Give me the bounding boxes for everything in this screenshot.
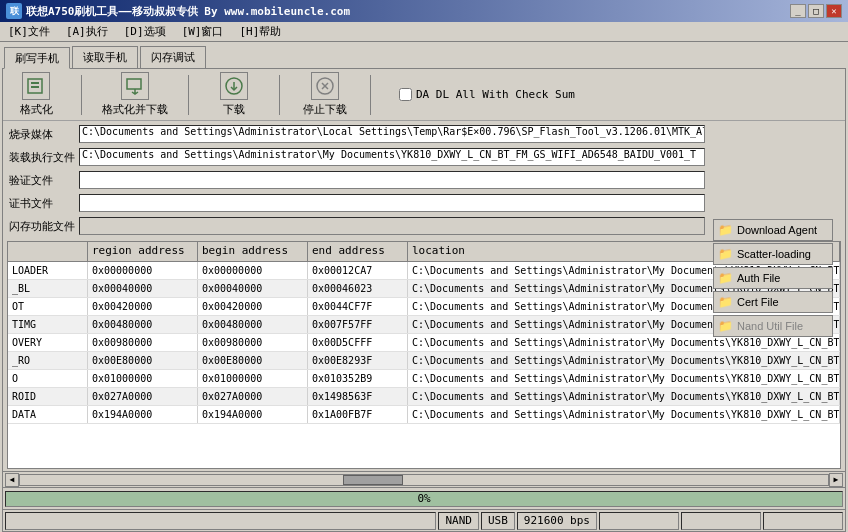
horizontal-scrollbar[interactable] xyxy=(19,474,829,486)
format-download-icon xyxy=(121,72,149,100)
close-button[interactable]: ✕ xyxy=(826,4,842,18)
stop-download-button[interactable]: 停止下载 xyxy=(300,72,350,117)
cell-location: C:\Documents and Settings\Administrator\… xyxy=(408,388,840,405)
menu-file[interactable]: [K]文件 xyxy=(4,23,54,40)
format-icon xyxy=(22,72,50,100)
table-row[interactable]: _RO 0x00E80000 0x00E80000 0x00E8293F C:\… xyxy=(8,352,840,370)
toolbar-divider-2 xyxy=(188,75,189,115)
cell-end: 0x010352B9 xyxy=(308,370,408,387)
cell-name: O xyxy=(8,370,88,387)
label-media: 烧录媒体 xyxy=(7,127,77,142)
col-header-begin: begin address xyxy=(198,242,308,261)
label-flash-func: 闪存功能文件 xyxy=(7,219,77,234)
folder-icon-4: 📁 xyxy=(718,295,733,309)
tab-flash-debug[interactable]: 闪存调试 xyxy=(140,46,206,68)
cell-begin: 0x00040000 xyxy=(198,280,308,297)
input-media[interactable]: C:\Documents and Settings\Administrator\… xyxy=(79,125,705,143)
col-header-name xyxy=(8,242,88,261)
scatter-loading-button[interactable]: 📁 Scatter-loading xyxy=(713,243,833,265)
scrollbar-thumb[interactable] xyxy=(343,475,403,485)
cell-begin: 0x027A0000 xyxy=(198,388,308,405)
da-dl-checkbox[interactable] xyxy=(399,88,412,101)
toolbar: 格式化 格式化并下载 下载 xyxy=(3,69,845,121)
maximize-button[interactable]: □ xyxy=(808,4,824,18)
status-empty-4 xyxy=(763,512,843,530)
download-agent-label: Download Agent xyxy=(737,224,817,236)
scroll-left-button[interactable]: ◀ xyxy=(5,473,19,487)
progress-bar-area: 0% xyxy=(3,487,845,509)
cell-begin: 0x194A0000 xyxy=(198,406,308,423)
cell-end: 0x1A00FB7F xyxy=(308,406,408,423)
cell-begin: 0x00420000 xyxy=(198,298,308,315)
cell-region: 0x00E80000 xyxy=(88,352,198,369)
cell-end: 0x00046023 xyxy=(308,280,408,297)
cell-end: 0x0044CF7F xyxy=(308,298,408,315)
status-bar: NAND USB 921600 bps xyxy=(3,509,845,531)
cell-name: ROID xyxy=(8,388,88,405)
folder-icon-1: 📁 xyxy=(718,223,733,237)
nand-util-label: Nand Util File xyxy=(737,320,803,332)
status-empty-1 xyxy=(5,512,436,530)
tabs-row: 刷写手机 读取手机 闪存调试 xyxy=(0,42,848,68)
svg-rect-3 xyxy=(127,79,141,89)
window-controls[interactable]: _ □ ✕ xyxy=(790,4,842,18)
input-load[interactable]: C:\Documents and Settings\Administrator\… xyxy=(79,148,705,166)
form-row-media: 烧录媒体 C:\Documents and Settings\Administr… xyxy=(7,123,705,145)
status-empty-3 xyxy=(681,512,761,530)
folder-icon-2: 📁 xyxy=(718,247,733,261)
cell-begin: 0x00980000 xyxy=(198,334,308,351)
cell-name: DATA xyxy=(8,406,88,423)
download-button[interactable]: 下载 xyxy=(209,72,259,117)
cell-end: 0x00E8293F xyxy=(308,352,408,369)
download-agent-button[interactable]: 📁 Download Agent xyxy=(713,219,833,241)
cert-file-button[interactable]: 📁 Cert File xyxy=(713,291,833,313)
toolbar-divider-4 xyxy=(370,75,371,115)
minimize-button[interactable]: _ xyxy=(790,4,806,18)
form-row-cert: 证书文件 xyxy=(7,192,705,214)
status-usb: USB xyxy=(481,512,515,530)
progress-bar: 0% xyxy=(5,491,843,507)
col-header-end: end address xyxy=(308,242,408,261)
toolbar-divider-1 xyxy=(81,75,82,115)
svg-rect-2 xyxy=(31,86,39,88)
table-row[interactable]: O 0x01000000 0x01000000 0x010352B9 C:\Do… xyxy=(8,370,840,388)
col-header-region: region address xyxy=(88,242,198,261)
cell-name: TIMG xyxy=(8,316,88,333)
format-download-button[interactable]: 格式化并下载 xyxy=(102,72,168,117)
app-icon: 联 xyxy=(6,3,22,19)
scroll-right-button[interactable]: ▶ xyxy=(829,473,843,487)
table-row[interactable]: DATA 0x194A0000 0x194A0000 0x1A00FB7F C:… xyxy=(8,406,840,424)
toolbar-divider-3 xyxy=(279,75,280,115)
cell-end: 0x007F57FF xyxy=(308,316,408,333)
cell-location: C:\Documents and Settings\Administrator\… xyxy=(408,406,840,423)
menu-options[interactable]: [D]选项 xyxy=(120,23,170,40)
cell-region: 0x00980000 xyxy=(88,334,198,351)
auth-file-button[interactable]: 📁 Auth File xyxy=(713,267,833,289)
table-row[interactable]: ROID 0x027A0000 0x027A0000 0x1498563F C:… xyxy=(8,388,840,406)
progress-text: 0% xyxy=(417,492,430,505)
download-label: 下载 xyxy=(223,102,245,117)
cell-region: 0x00480000 xyxy=(88,316,198,333)
cell-region: 0x00040000 xyxy=(88,280,198,297)
status-nand: NAND xyxy=(438,512,479,530)
form-row-flash-func: 闪存功能文件 xyxy=(7,215,705,237)
tab-read-phone[interactable]: 读取手机 xyxy=(72,46,138,68)
input-verify[interactable] xyxy=(79,171,705,189)
cell-name: OT xyxy=(8,298,88,315)
menu-help[interactable]: [H]帮助 xyxy=(236,23,286,40)
menu-window[interactable]: [W]窗口 xyxy=(178,23,228,40)
cell-name: LOADER xyxy=(8,262,88,279)
cell-region: 0x00420000 xyxy=(88,298,198,315)
tab-flash-phone[interactable]: 刷写手机 xyxy=(4,47,70,69)
format-button[interactable]: 格式化 xyxy=(11,72,61,117)
stop-label: 停止下载 xyxy=(303,102,347,117)
menu-execute[interactable]: [A]执行 xyxy=(62,23,112,40)
svg-rect-1 xyxy=(31,82,39,84)
form-row-verify: 验证文件 xyxy=(7,169,705,191)
status-baud: 921600 bps xyxy=(517,512,597,530)
folder-icon-3: 📁 xyxy=(718,271,733,285)
input-flash-func xyxy=(79,217,705,235)
da-dl-checkbox-area: DA DL All With Check Sum xyxy=(399,88,575,101)
status-empty-2 xyxy=(599,512,679,530)
input-cert[interactable] xyxy=(79,194,705,212)
